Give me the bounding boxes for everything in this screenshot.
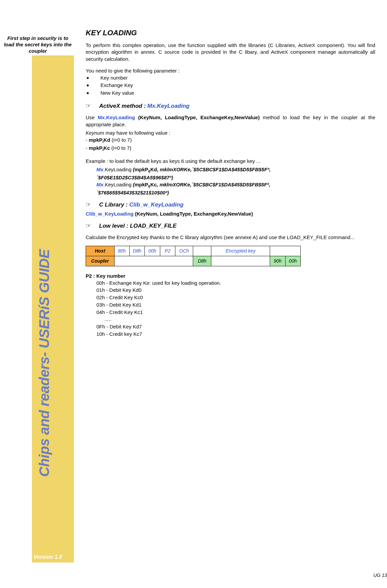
p2-line: 03h - Debit Key Kd1 [96, 301, 375, 309]
keynum-italic: Keynum [86, 130, 104, 136]
use-sig: (KeyNum, LoadingType, ExchangeKey,NewVal… [135, 115, 260, 120]
kc-code: mpkPiKc [89, 145, 110, 151]
param-bullets: Key number Exchange Key New Key value [86, 74, 375, 97]
code-example-1: Mx.KeyLoading (mpkP6Kd, mklmXORKe,´$5C$B… [96, 166, 375, 196]
activex-label-prefix: ActiveX method : [99, 103, 147, 109]
p2-lines: 00h - Exchange Key Ke: used for key load… [86, 279, 375, 338]
p2-line: 02h - Credit Key Kc0 [96, 294, 375, 301]
intro-paragraph-1: To perform this complex operation, use t… [86, 42, 375, 62]
cell: D8h [129, 246, 144, 256]
cell: 80h [114, 246, 129, 256]
p2-line: 01h - Debit Key Kd0 [96, 286, 375, 294]
clib-method: Clib_w_KeyLoading [129, 201, 184, 208]
bullet-item: Exchange Key [86, 82, 375, 89]
sidebar-note: First step in security is to load the se… [3, 35, 72, 54]
keynum-line: Keynum may have to following value : [86, 129, 375, 136]
page-number: UG 13 [374, 573, 387, 578]
kc-range: (i=0 to 7) [110, 145, 131, 151]
sidebar: First step in security is to load the se… [0, 0, 74, 588]
cell: 00h [285, 256, 300, 266]
cell-empty [114, 256, 193, 266]
p2-dots: ..... [96, 316, 375, 323]
dash: - [86, 145, 89, 151]
dash: - [86, 137, 89, 143]
example-line: Example : to load the default keys as ke… [86, 157, 375, 165]
cell: Encrypted key [211, 246, 270, 256]
command-table: Host 80h D8h 00h P2 OCh Encrypted key Co… [86, 246, 301, 266]
cell [193, 246, 211, 256]
p2-title: P2 : Key number [86, 273, 375, 279]
version-label: Version 1.0 [34, 554, 62, 560]
clib-heading-text: C Library : Clib_w_KeyLoading [99, 201, 183, 208]
cell-empty [211, 256, 270, 266]
p2-line: 0Fh - Debit Key Kd7 [96, 323, 375, 330]
pointer-icon: ☞ [86, 201, 91, 208]
cell: D8h [193, 256, 211, 266]
cell: 90h [270, 256, 285, 266]
clib-label-prefix: C Library : [99, 201, 129, 208]
lowlevel-heading-text: Low level : LOAD_KEY_FILE [99, 223, 177, 229]
activex-heading: ☞ ActiveX method : Mx.KeyLoading [86, 102, 375, 109]
use-prefix: Use [86, 115, 98, 120]
cell: OCh [175, 246, 193, 256]
activex-method: Mx.KeyLoading [147, 103, 190, 109]
bullet-item: New Key value [86, 89, 375, 97]
activex-use-line: Use Mx.KeyLoading (KeyNum, LoadingType, … [86, 114, 375, 128]
page-title: KEY LOADING [86, 29, 375, 37]
kd-line: - mpkPiKd (i=0 to 7) [86, 136, 375, 144]
lowlevel-desc: Calculate the Encrypted key thanks to th… [86, 234, 375, 241]
coupler-label: Coupler [86, 256, 115, 266]
pointer-icon: ☞ [86, 222, 91, 229]
cell [270, 246, 301, 256]
cell: P2 [160, 246, 175, 256]
clib-heading: ☞ C Library : Clib_w_KeyLoading [86, 201, 375, 208]
pointer-icon: ☞ [86, 102, 91, 109]
p2-line: 04h - Credit Key Kc1 [96, 309, 375, 316]
kd-range: (i=0 to 7) [110, 137, 132, 143]
bullet-item: Key number [86, 74, 375, 82]
activex-heading-text: ActiveX method : Mx.KeyLoading [99, 103, 189, 109]
use-method: Mx.KeyLoading [98, 115, 135, 120]
kd-code: mpkPiKd [89, 137, 110, 143]
intro-paragraph-2: You need to give the following parameter… [86, 67, 375, 74]
sidebar-vertical-title: Chips and readers- USERíS GUIDE [36, 249, 52, 477]
table-row: Coupler D8h 90h 00h [86, 256, 301, 266]
lowlevel-heading: ☞ Low level : LOAD_KEY_FILE [86, 222, 375, 229]
main-content: KEY LOADING To perform this complex oper… [74, 0, 387, 588]
cell: 00h [145, 246, 160, 256]
host-label: Host [86, 246, 115, 256]
p2-line: 00h - Exchange Key Ke: used for key load… [96, 279, 375, 287]
keynum-suffix: may have to following value : [104, 130, 170, 136]
kc-line: - mpkPiKc (i=0 to 7) [86, 144, 375, 152]
table-row: Host 80h D8h 00h P2 OCh Encrypted key [86, 246, 301, 256]
clib-sig: Clib_w_KeyLoading (KeyNum, LoadingType, … [86, 210, 375, 217]
p2-line: 10h - Credit key Kc7 [96, 330, 375, 338]
